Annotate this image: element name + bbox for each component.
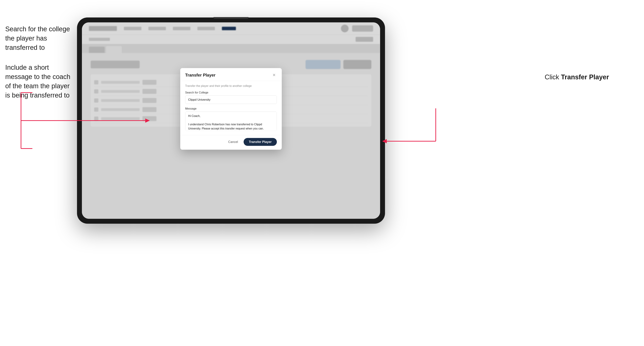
transfer-player-modal: Transfer Player ✕ Transfer the player an… <box>180 68 282 150</box>
ipad-top-button <box>214 17 248 19</box>
annotation-search-text: Search for the college the player has tr… <box>5 24 75 52</box>
search-college-label: Search for College <box>185 91 277 94</box>
ipad-frame: Transfer Player ✕ Transfer the player an… <box>77 17 385 224</box>
search-college-input[interactable] <box>185 95 277 104</box>
annotation-click-text: Click <box>545 73 561 81</box>
annotation-message-text: Include a short message to the coach of … <box>5 63 75 100</box>
ipad-screen: Transfer Player ✕ Transfer the player an… <box>82 22 380 219</box>
modal-subtitle: Transfer the player and their profile to… <box>185 84 277 87</box>
modal-title: Transfer Player <box>185 72 216 77</box>
transfer-player-button[interactable]: Transfer Player <box>244 138 277 146</box>
annotation-transfer-bold: Transfer Player <box>561 73 609 81</box>
message-textarea[interactable] <box>185 112 277 131</box>
modal-header: Transfer Player ✕ <box>180 68 282 81</box>
modal-close-button[interactable]: ✕ <box>271 72 277 78</box>
annotation-right: Click Transfer Player <box>545 73 609 81</box>
annotation-left: Search for the college the player has tr… <box>5 24 75 110</box>
modal-body: Transfer the player and their profile to… <box>180 81 282 135</box>
modal-overlay: Transfer Player ✕ Transfer the player an… <box>82 22 380 219</box>
modal-footer: Cancel Transfer Player <box>180 135 282 150</box>
message-label: Message <box>185 107 277 110</box>
cancel-button[interactable]: Cancel <box>226 139 241 145</box>
